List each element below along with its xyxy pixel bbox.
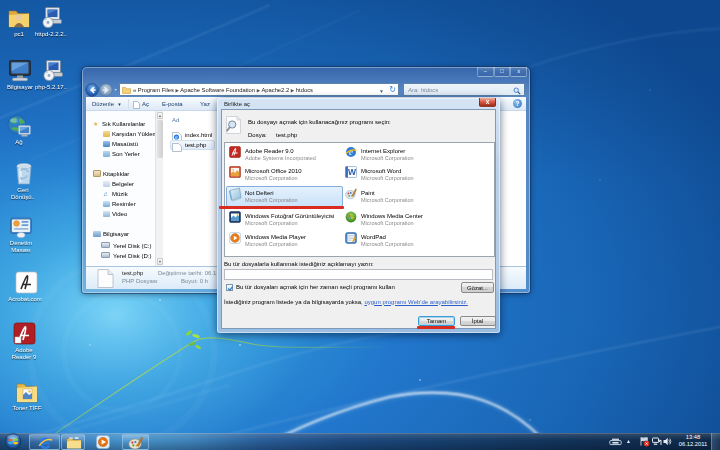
svg-text:e: e: [349, 147, 353, 157]
svg-text:W: W: [348, 167, 357, 177]
